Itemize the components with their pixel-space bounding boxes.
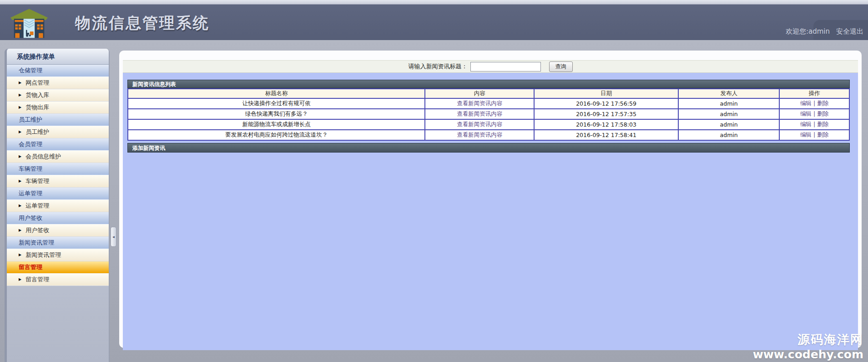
menu-label: 车辆管理 (25, 175, 49, 187)
news-table: 标题名称内容日期发布人操作 让快递操作全过程有规可依查看新闻资讯内容2016-0… (127, 88, 850, 141)
menu-label: 运单管理 (25, 200, 49, 212)
table-row: 新能源物流车或成新增长点查看新闻资讯内容2016-09-12 17:58:03a… (128, 119, 849, 130)
delete-link[interactable]: 删除 (817, 131, 828, 138)
watermark: 源码海洋网 www.codehy.com (753, 331, 863, 361)
menu-label: 新闻资讯管理 (25, 249, 61, 261)
menu-label: 员工维护 (19, 116, 42, 123)
menu-label: 新闻资讯管理 (19, 239, 54, 246)
column-header: 发布人 (678, 89, 779, 98)
app-header: 物流信息管理系统 欢迎您:admin安全退出 (0, 5, 868, 40)
sidebar-title: 系统操作菜单 (7, 49, 109, 65)
collapse-arrow-icon: ◂ (112, 235, 115, 239)
action-separator: | (812, 121, 817, 127)
column-header: 操作 (779, 89, 849, 98)
watermark-site-name: 源码海洋网 (753, 331, 863, 348)
edit-link[interactable]: 编辑 (800, 100, 812, 107)
welcome-text: 欢迎您:admin (786, 27, 830, 36)
news-content-cell: 查看新闻资讯内容 (425, 119, 534, 130)
news-content-cell: 查看新闻资讯内容 (425, 98, 534, 109)
warehouse-logo-icon (7, 7, 51, 39)
sidebar-category-仓储管理[interactable]: 仓储管理 (7, 65, 109, 77)
news-date-cell: 2016-09-12 17:58:03 (534, 119, 678, 130)
application-window: 物流信息管理系统 欢迎您:admin安全退出 系统操作菜单 仓储管理▶网点管理▶… (0, 0, 868, 362)
menu-label: 网点管理 (25, 77, 49, 89)
news-publisher-cell: admin (678, 109, 779, 119)
triangle-bullet-icon: ▶ (19, 175, 21, 187)
news-publisher-cell: admin (678, 98, 779, 109)
search-label: 请输入新闻资讯标题： (409, 62, 468, 71)
edit-link[interactable]: 编辑 (800, 121, 812, 127)
delete-link[interactable]: 删除 (817, 121, 828, 127)
sidebar-category-新闻资讯管理[interactable]: 新闻资讯管理 (7, 237, 109, 249)
news-title-cell: 让快递操作全过程有规可依 (128, 98, 425, 109)
search-input[interactable] (470, 62, 541, 71)
sidebar-category-员工维护[interactable]: 员工维护 (7, 114, 109, 126)
delete-link[interactable]: 删除 (817, 110, 828, 117)
search-bar: 请输入新闻资讯标题： 查询 (123, 60, 858, 73)
column-header: 日期 (534, 89, 678, 98)
triangle-bullet-icon: ▶ (19, 77, 21, 89)
search-button[interactable]: 查询 (549, 61, 573, 72)
action-separator: | (812, 110, 817, 117)
news-title-cell: 要发展农村电商应如何跨过物流这道坎？ (128, 130, 425, 140)
menu-label: 留言管理 (19, 264, 42, 270)
sidebar-item-新闻资讯管理[interactable]: ▶新闻资讯管理 (7, 249, 109, 261)
sidebar-category-留言管理[interactable]: 留言管理 (7, 261, 109, 274)
triangle-bullet-icon: ▶ (19, 224, 21, 236)
sidebar: 系统操作菜单 仓储管理▶网点管理▶货物入库▶货物出库员工维护▶员工维护会员管理▶… (5, 49, 110, 362)
news-date-cell: 2016-09-12 17:58:41 (534, 130, 678, 140)
news-actions-cell: 编辑 | 删除 (779, 98, 849, 109)
table-row: 绿色快递离我们有多远？查看新闻资讯内容2016-09-12 17:57:35ad… (128, 109, 849, 119)
view-content-link[interactable]: 查看新闻资讯内容 (457, 121, 502, 127)
menu-label: 员工维护 (25, 126, 49, 138)
action-separator: | (812, 100, 817, 107)
edit-link[interactable]: 编辑 (800, 110, 812, 117)
sidebar-category-车辆管理[interactable]: 车辆管理 (7, 163, 109, 175)
view-content-link[interactable]: 查看新闻资讯内容 (457, 100, 502, 107)
news-actions-cell: 编辑 | 删除 (779, 109, 849, 119)
news-title-cell: 新能源物流车或成新增长点 (128, 119, 425, 130)
table-title-bar: 新闻资讯信息列表 (127, 80, 850, 88)
news-publisher-cell: admin (678, 119, 779, 130)
sidebar-item-留言管理[interactable]: ▶留言管理 (7, 274, 109, 286)
page-body: 系统操作菜单 仓储管理▶网点管理▶货物入库▶货物出库员工维护▶员工维护会员管理▶… (0, 40, 868, 362)
sidebar-menu: 仓储管理▶网点管理▶货物入库▶货物出库员工维护▶员工维护会员管理▶会员信息维护车… (7, 65, 109, 286)
sidebar-category-用户签收[interactable]: 用户签收 (7, 212, 109, 224)
sidebar-item-货物出库[interactable]: ▶货物出库 (7, 102, 109, 114)
news-content-cell: 查看新闻资讯内容 (425, 130, 534, 140)
sidebar-collapse-handle[interactable]: ◂ (111, 227, 116, 247)
logout-link[interactable]: 安全退出 (836, 27, 863, 36)
triangle-bullet-icon: ▶ (19, 89, 21, 101)
news-title-cell: 绿色快递离我们有多远？ (128, 109, 425, 119)
sidebar-item-车辆管理[interactable]: ▶车辆管理 (7, 175, 109, 188)
sidebar-item-会员信息维护[interactable]: ▶会员信息维护 (7, 151, 109, 163)
watermark-url: www.codehy.com (753, 348, 863, 361)
edit-link[interactable]: 编辑 (800, 131, 812, 138)
triangle-bullet-icon: ▶ (19, 274, 21, 286)
sidebar-category-运单管理[interactable]: 运单管理 (7, 188, 109, 200)
table-row: 让快递操作全过程有规可依查看新闻资讯内容2016-09-12 17:56:59a… (128, 98, 849, 109)
app-title: 物流信息管理系统 (75, 13, 210, 34)
column-header: 标题名称 (128, 89, 425, 98)
sidebar-item-运单管理[interactable]: ▶运单管理 (7, 200, 109, 212)
sidebar-item-货物入库[interactable]: ▶货物入库 (7, 89, 109, 102)
triangle-bullet-icon: ▶ (19, 249, 21, 261)
sidebar-item-用户签收[interactable]: ▶用户签收 (7, 224, 109, 237)
news-date-cell: 2016-09-12 17:56:59 (534, 98, 678, 109)
menu-label: 用户签收 (25, 224, 49, 236)
view-content-link[interactable]: 查看新闻资讯内容 (457, 110, 502, 117)
menu-label: 留言管理 (25, 274, 49, 286)
content-panel: 请输入新闻资讯标题： 查询 新闻资讯信息列表 标题名称内容日期发布人操作 让快递… (119, 51, 862, 348)
news-content-cell: 查看新闻资讯内容 (425, 109, 534, 119)
view-content-link[interactable]: 查看新闻资讯内容 (457, 131, 502, 138)
news-actions-cell: 编辑 | 删除 (779, 119, 849, 130)
table-row: 要发展农村电商应如何跨过物流这道坎？查看新闻资讯内容2016-09-12 17:… (128, 130, 849, 140)
delete-link[interactable]: 删除 (817, 100, 828, 107)
sidebar-category-会员管理[interactable]: 会员管理 (7, 138, 109, 151)
action-separator: | (812, 131, 817, 138)
menu-label: 会员信息维护 (25, 151, 61, 163)
add-news-bar[interactable]: 添加新闻资讯 (127, 143, 850, 153)
sidebar-item-网点管理[interactable]: ▶网点管理 (7, 77, 109, 89)
sidebar-item-员工维护[interactable]: ▶员工维护 (7, 126, 109, 138)
menu-label: 运单管理 (19, 190, 42, 197)
